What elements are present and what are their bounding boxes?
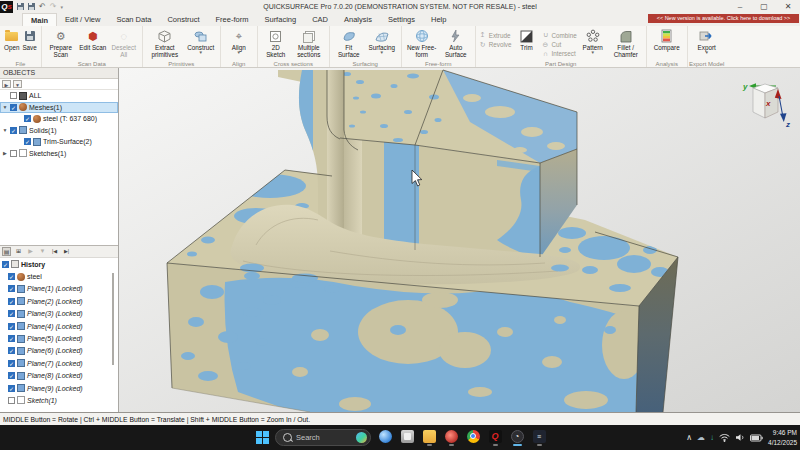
history-item-plane9[interactable]: ✓ Plane(9) (Locked): [0, 382, 118, 394]
new-free-form-button[interactable]: New Free-form: [405, 27, 439, 59]
history-item-plane2[interactable]: ✓ Plane(2) (Locked): [0, 295, 118, 307]
save-icon[interactable]: [17, 3, 24, 10]
taskbar-app-chrome[interactable]: [465, 428, 481, 448]
wifi-icon[interactable]: [719, 433, 730, 442]
checkbox[interactable]: ✓: [10, 104, 17, 111]
menu-tab-construct[interactable]: Construct: [159, 13, 207, 26]
update-notification-banner[interactable]: << New version is available. Click here …: [648, 14, 799, 23]
show-all-icon[interactable]: ▶: [2, 80, 11, 88]
checkbox[interactable]: ✓: [8, 335, 15, 342]
checkbox[interactable]: [10, 92, 17, 99]
tray-chevron-up-icon[interactable]: ∧: [686, 433, 692, 443]
start-button[interactable]: [256, 431, 269, 444]
expand-icon[interactable]: ▶: [2, 150, 8, 156]
taskbar-app-dark[interactable]: ≡: [531, 428, 547, 448]
open-button[interactable]: Open: [3, 27, 20, 52]
history-item-plane4[interactable]: ✓ Plane(4) (Locked): [0, 320, 118, 332]
checkbox[interactable]: [10, 150, 17, 157]
fit-surface-button[interactable]: Fit Surface: [333, 27, 365, 59]
maximize-button[interactable]: ▢: [752, 0, 776, 13]
checkbox[interactable]: ✓: [8, 372, 15, 379]
menu-tab-surfacing[interactable]: Surfacing: [256, 13, 304, 26]
taskbar-app-obs[interactable]: ◔: [509, 428, 525, 448]
tree-item-trim-surface[interactable]: ✓ Trim-Surface(2): [0, 136, 118, 148]
auto-surface-button[interactable]: Auto Surface: [440, 27, 472, 59]
history-item-plane3[interactable]: ✓ Plane(3) (Locked): [0, 308, 118, 320]
compare-button[interactable]: Compare: [650, 27, 684, 52]
tree-item-sketches[interactable]: ▶ Sketches(1): [0, 148, 118, 160]
checkbox[interactable]: ✓: [8, 273, 15, 280]
list-view-icon[interactable]: ▤: [2, 247, 11, 256]
surfacing-button[interactable]: Surfacing▼: [366, 27, 398, 55]
menu-tab-help[interactable]: Help: [423, 13, 454, 26]
edit-scan-button[interactable]: ⬢Edit Scan: [78, 27, 108, 52]
menu-tab-free-form[interactable]: Free-form: [208, 13, 257, 26]
save-as-icon[interactable]: [28, 3, 35, 10]
menu-tab-edit-view[interactable]: Edit / View: [57, 13, 108, 26]
checkbox[interactable]: ✓: [8, 323, 15, 330]
fillet-chamfer-button[interactable]: Fillet / Chamfer: [609, 27, 643, 59]
save-button[interactable]: Save: [21, 27, 37, 52]
step-last-icon[interactable]: ▶|: [62, 247, 71, 256]
download-arrow-icon[interactable]: ↓: [710, 433, 714, 443]
checkbox[interactable]: ✓: [8, 347, 15, 354]
checkbox[interactable]: ✓: [8, 298, 15, 305]
minimize-button[interactable]: –: [728, 0, 752, 13]
menu-tab-analysis[interactable]: Analysis: [336, 13, 380, 26]
undo-icon[interactable]: ↶: [39, 2, 46, 11]
search-box[interactable]: Search: [275, 429, 371, 446]
history-item-plane1[interactable]: ✓ Plane(1) (Locked): [0, 283, 118, 295]
viewport-3d[interactable]: y x z: [119, 68, 800, 412]
align-button[interactable]: ⌖Align▼: [224, 27, 254, 55]
trim-button[interactable]: Trim: [513, 27, 541, 52]
step-first-icon[interactable]: |◀: [50, 247, 59, 256]
tree-item-steel[interactable]: ✓ steel (T: 637 680): [0, 113, 118, 125]
history-item-plane7[interactable]: ✓ Plane(7) (Locked): [0, 357, 118, 369]
checkbox[interactable]: ✓: [8, 385, 15, 392]
menu-tab-scan-data[interactable]: Scan Data: [108, 13, 159, 26]
checkbox[interactable]: ✓: [8, 310, 15, 317]
history-item-plane6[interactable]: ✓ Plane(6) (Locked): [0, 345, 118, 357]
taskbar-app-explorer[interactable]: [421, 428, 437, 448]
checkbox[interactable]: ✓: [24, 115, 31, 122]
tree-item-all[interactable]: ALL: [0, 90, 118, 102]
collapse-icon[interactable]: ▼: [2, 127, 8, 133]
extract-primitives-button[interactable]: Extract primitives: [146, 27, 184, 59]
multiple-sections-button[interactable]: Multiple sections: [292, 27, 326, 59]
onedrive-cloud-icon[interactable]: ☁: [697, 433, 705, 443]
menu-tab-settings[interactable]: Settings: [380, 13, 423, 26]
history-item-plane8[interactable]: ✓ Plane(8) (Locked): [0, 370, 118, 382]
taskbar-app-edge[interactable]: [377, 428, 393, 448]
construct-button[interactable]: Construct▼: [185, 27, 217, 55]
checkbox[interactable]: ✓: [10, 127, 17, 134]
history-item-sketch1[interactable]: Sketch(1): [0, 394, 118, 406]
menu-tab-cad[interactable]: CAD: [304, 13, 336, 26]
export-button[interactable]: Export▼: [691, 27, 723, 55]
battery-icon[interactable]: [750, 434, 763, 442]
checkbox[interactable]: ✓: [24, 138, 31, 145]
taskbar-app-window[interactable]: [399, 428, 415, 448]
taskbar-app-photos[interactable]: [443, 428, 459, 448]
tree-view-icon[interactable]: ⊞: [14, 247, 23, 256]
history-scrollbar[interactable]: [112, 273, 114, 365]
history-item-plane5[interactable]: ✓ Plane(5) (Locked): [0, 332, 118, 344]
menu-tab-main[interactable]: Main: [22, 13, 57, 26]
close-button[interactable]: ✕: [776, 0, 800, 13]
quick-access-more-icon[interactable]: ▾: [60, 4, 63, 10]
collapse-icon[interactable]: ▼: [2, 104, 8, 110]
filter-icon[interactable]: ▼: [13, 80, 22, 88]
volume-icon[interactable]: [735, 433, 745, 442]
2d-sketch-button[interactable]: 2D Sketch: [261, 27, 291, 59]
checkbox[interactable]: ✓: [2, 261, 9, 268]
checkbox[interactable]: [8, 397, 15, 404]
play-icon[interactable]: ▶: [26, 247, 35, 256]
tree-item-meshes[interactable]: ▼✓ Meshes(1): [0, 102, 118, 114]
checkbox[interactable]: ✓: [8, 285, 15, 292]
prepare-scan-button[interactable]: ⚙Prepare Scan: [45, 27, 77, 59]
taskbar-app-quicksurface[interactable]: Q: [487, 428, 503, 448]
filter-icon[interactable]: ▼: [38, 247, 47, 256]
pattern-button[interactable]: Pattern▼: [578, 27, 608, 55]
tree-item-solids[interactable]: ▼✓ Solids(1): [0, 125, 118, 137]
history-item-root[interactable]: ✓ History: [0, 258, 118, 270]
history-item-steel[interactable]: ✓ steel: [0, 270, 118, 282]
